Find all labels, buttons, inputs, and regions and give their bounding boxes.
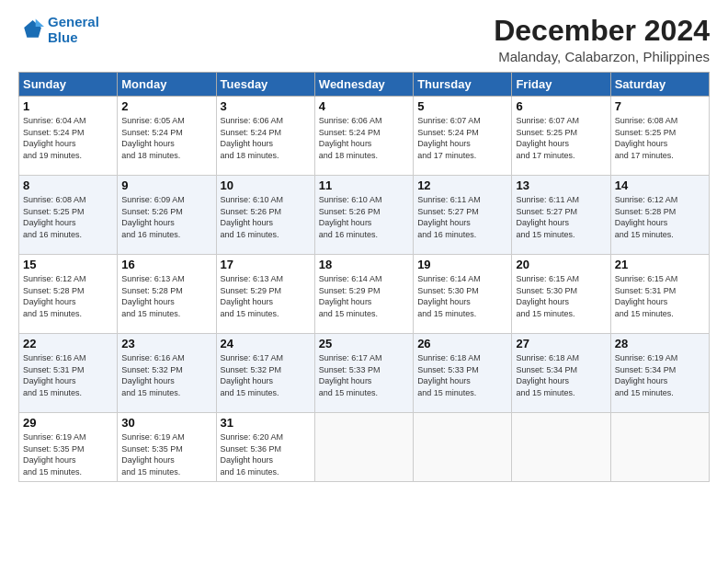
day-number: 14 [615,178,705,192]
day-info: Sunrise: 6:16 AM Sunset: 5:31 PM Dayligh… [23,352,113,398]
day-info: Sunrise: 6:18 AM Sunset: 5:34 PM Dayligh… [516,352,606,398]
day-info: Sunrise: 6:19 AM Sunset: 5:35 PM Dayligh… [23,431,113,477]
day-info: Sunrise: 6:08 AM Sunset: 5:25 PM Dayligh… [615,115,705,161]
day-number: 18 [319,258,409,271]
location-title: Malanday, Calabarzon, Philippines [494,49,710,64]
col-thursday: Thursday [414,73,512,97]
day-number: 13 [516,178,606,192]
table-row: 1 Sunrise: 6:04 AM Sunset: 5:24 PM Dayli… [19,97,118,176]
day-info: Sunrise: 6:06 AM Sunset: 5:24 PM Dayligh… [221,115,311,161]
day-info: Sunrise: 6:07 AM Sunset: 5:24 PM Dayligh… [417,115,507,161]
day-number: 2 [121,99,211,113]
table-row: 7 Sunrise: 6:08 AM Sunset: 5:25 PM Dayli… [610,97,709,176]
table-row: 10 Sunrise: 6:10 AM Sunset: 5:26 PM Dayl… [216,176,314,255]
day-number: 3 [221,99,311,113]
day-number: 12 [417,178,507,192]
day-number: 26 [417,337,507,350]
table-row: 8 Sunrise: 6:08 AM Sunset: 5:25 PM Dayli… [19,176,118,255]
day-info: Sunrise: 6:06 AM Sunset: 5:24 PM Dayligh… [319,115,409,161]
col-tuesday: Tuesday [216,73,314,97]
table-row: 5 Sunrise: 6:07 AM Sunset: 5:24 PM Dayli… [414,97,512,176]
table-row: 28 Sunrise: 6:19 AM Sunset: 5:34 PM Dayl… [610,334,709,413]
day-number: 16 [121,258,211,271]
logo: General Blue [18,15,99,45]
day-info: Sunrise: 6:12 AM Sunset: 5:28 PM Dayligh… [23,273,113,319]
col-monday: Monday [118,73,216,97]
day-number: 9 [121,178,211,192]
day-info: Sunrise: 6:14 AM Sunset: 5:29 PM Dayligh… [319,273,409,319]
day-number: 31 [221,416,311,430]
empty-cell [414,413,512,481]
day-number: 1 [23,99,113,113]
page: General Blue December 2024 Malanday, Cal… [0,0,728,491]
logo-line1: General [48,14,99,29]
table-row: 23 Sunrise: 6:16 AM Sunset: 5:32 PM Dayl… [118,334,216,413]
day-info: Sunrise: 6:09 AM Sunset: 5:26 PM Dayligh… [121,194,211,240]
header: General Blue December 2024 Malanday, Cal… [18,15,710,64]
empty-cell [610,413,709,481]
table-row: 12 Sunrise: 6:11 AM Sunset: 5:27 PM Dayl… [414,176,512,255]
calendar-header-row: Sunday Monday Tuesday Wednesday Thursday… [19,73,710,97]
day-number: 27 [516,337,606,350]
logo-text: General Blue [48,15,99,45]
day-info: Sunrise: 6:19 AM Sunset: 5:34 PM Dayligh… [615,352,705,398]
empty-cell [314,413,413,481]
day-info: Sunrise: 6:13 AM Sunset: 5:28 PM Dayligh… [121,273,211,319]
table-row: 27 Sunrise: 6:18 AM Sunset: 5:34 PM Dayl… [512,334,610,413]
day-info: Sunrise: 6:16 AM Sunset: 5:32 PM Dayligh… [121,352,211,398]
table-row: 30 Sunrise: 6:19 AM Sunset: 5:35 PM Dayl… [118,413,216,481]
day-number: 6 [516,99,606,113]
day-number: 7 [615,99,705,113]
table-row: 26 Sunrise: 6:18 AM Sunset: 5:33 PM Dayl… [414,334,512,413]
day-number: 11 [319,178,409,192]
day-number: 20 [516,258,606,271]
day-info: Sunrise: 6:14 AM Sunset: 5:30 PM Dayligh… [417,273,507,319]
table-row: 11 Sunrise: 6:10 AM Sunset: 5:26 PM Dayl… [314,176,413,255]
table-row: 4 Sunrise: 6:06 AM Sunset: 5:24 PM Dayli… [314,97,413,176]
day-info: Sunrise: 6:10 AM Sunset: 5:26 PM Dayligh… [319,194,409,240]
logo-icon [18,17,44,43]
table-row: 24 Sunrise: 6:17 AM Sunset: 5:32 PM Dayl… [216,334,314,413]
day-info: Sunrise: 6:19 AM Sunset: 5:35 PM Dayligh… [121,431,211,477]
table-row: 25 Sunrise: 6:17 AM Sunset: 5:33 PM Dayl… [314,334,413,413]
table-row: 3 Sunrise: 6:06 AM Sunset: 5:24 PM Dayli… [216,97,314,176]
table-row: 22 Sunrise: 6:16 AM Sunset: 5:31 PM Dayl… [19,334,118,413]
table-row: 21 Sunrise: 6:15 AM Sunset: 5:31 PM Dayl… [610,255,709,334]
table-row: 20 Sunrise: 6:15 AM Sunset: 5:30 PM Dayl… [512,255,610,334]
day-number: 21 [615,258,705,271]
table-row: 16 Sunrise: 6:13 AM Sunset: 5:28 PM Dayl… [118,255,216,334]
col-saturday: Saturday [610,73,709,97]
month-title: December 2024 [494,15,710,47]
table-row: 29 Sunrise: 6:19 AM Sunset: 5:35 PM Dayl… [19,413,118,481]
day-number: 30 [121,416,211,430]
svg-marker-1 [36,18,44,27]
day-number: 28 [615,337,705,350]
day-info: Sunrise: 6:04 AM Sunset: 5:24 PM Dayligh… [23,115,113,161]
day-info: Sunrise: 6:20 AM Sunset: 5:36 PM Dayligh… [221,431,311,477]
day-number: 17 [221,258,311,271]
table-row: 13 Sunrise: 6:11 AM Sunset: 5:27 PM Dayl… [512,176,610,255]
day-info: Sunrise: 6:17 AM Sunset: 5:32 PM Dayligh… [221,352,311,398]
table-row: 17 Sunrise: 6:13 AM Sunset: 5:29 PM Dayl… [216,255,314,334]
day-info: Sunrise: 6:12 AM Sunset: 5:28 PM Dayligh… [615,194,705,240]
day-info: Sunrise: 6:17 AM Sunset: 5:33 PM Dayligh… [319,352,409,398]
day-number: 29 [23,416,113,430]
day-info: Sunrise: 6:11 AM Sunset: 5:27 PM Dayligh… [516,194,606,240]
day-number: 24 [221,337,311,350]
col-wednesday: Wednesday [314,73,413,97]
table-row: 2 Sunrise: 6:05 AM Sunset: 5:24 PM Dayli… [118,97,216,176]
table-row: 18 Sunrise: 6:14 AM Sunset: 5:29 PM Dayl… [314,255,413,334]
day-number: 8 [23,178,113,192]
title-block: December 2024 Malanday, Calabarzon, Phil… [494,15,710,64]
table-row: 31 Sunrise: 6:20 AM Sunset: 5:36 PM Dayl… [216,413,314,481]
day-info: Sunrise: 6:11 AM Sunset: 5:27 PM Dayligh… [417,194,507,240]
logo-line2: Blue [48,29,78,45]
day-info: Sunrise: 6:08 AM Sunset: 5:25 PM Dayligh… [23,194,113,240]
empty-cell [512,413,610,481]
day-number: 19 [417,258,507,271]
table-row: 14 Sunrise: 6:12 AM Sunset: 5:28 PM Dayl… [610,176,709,255]
day-number: 4 [319,99,409,113]
table-row: 15 Sunrise: 6:12 AM Sunset: 5:28 PM Dayl… [19,255,118,334]
calendar-table: Sunday Monday Tuesday Wednesday Thursday… [18,72,710,481]
day-info: Sunrise: 6:10 AM Sunset: 5:26 PM Dayligh… [221,194,311,240]
